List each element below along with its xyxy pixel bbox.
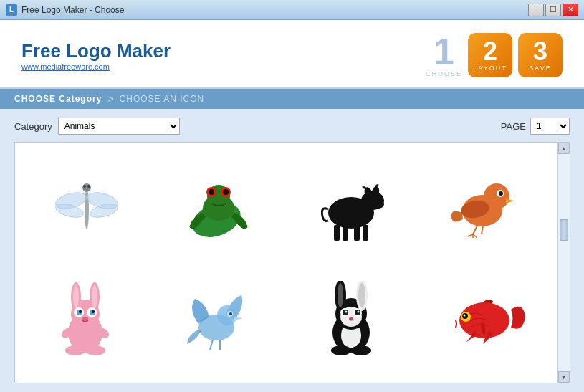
icon-fish[interactable] [421,264,551,376]
step-1-label: CHOOSE [426,70,462,77]
icon-frog[interactable] [155,150,285,261]
main-window: Free Logo Maker www.mediafreeware.com 1 … [0,20,584,392]
scroll-down-button[interactable]: ▼ [558,371,570,383]
svg-point-39 [92,285,97,308]
svg-point-70 [358,310,360,312]
window-controls: – ☐ ✕ [528,4,578,16]
step-1[interactable]: 1 CHOOSE [426,33,462,77]
scroll-thumb[interactable] [560,219,568,241]
icon-bunny-black[interactable] [288,264,418,376]
icon-dragonfly[interactable] [22,150,152,261]
svg-point-73 [351,345,371,355]
breadcrumb-separator: > [107,93,113,105]
svg-point-71 [349,317,353,320]
svg-point-37 [73,285,79,308]
maximize-button[interactable]: ☐ [545,4,561,16]
svg-point-28 [499,191,503,196]
step-3[interactable]: 3 SAVE [518,33,563,77]
breadcrumb-bar: CHOOSE Category > CHOOSE AN ICON [0,89,584,109]
app-icon: L [6,4,17,16]
svg-point-17 [373,200,384,209]
svg-point-64 [358,283,365,307]
svg-rect-22 [354,225,360,241]
minimize-button[interactable]: – [528,4,544,16]
svg-point-5 [82,183,91,192]
svg-point-6 [83,185,86,188]
category-left: Category Animals Birds Business Flowers … [14,118,180,135]
svg-point-13 [209,189,214,195]
svg-point-54 [229,312,232,315]
content-area: Category Animals Birds Business Flowers … [0,109,584,392]
page-select[interactable]: 1 2 3 [530,118,570,135]
svg-rect-21 [343,225,348,241]
app-name: Free Logo Maker [21,40,171,62]
breadcrumb-inactive: CHOOSE AN ICON [120,94,205,104]
svg-line-33 [473,234,477,238]
header: Free Logo Maker www.mediafreeware.com 1 … [0,20,584,89]
logo-area: Free Logo Maker www.mediafreeware.com [21,40,171,71]
icon-rabbit[interactable] [22,264,152,376]
svg-rect-20 [334,225,340,241]
svg-point-62 [338,283,343,307]
icon-bird[interactable] [421,150,551,261]
steps-area: 1 CHOOSE 2 LAYOUT 3 SAVE [426,33,563,77]
page-label: PAGE [501,121,526,132]
svg-line-29 [473,226,477,234]
svg-point-69 [345,310,348,312]
svg-line-31 [468,234,473,236]
svg-point-77 [463,314,465,316]
window-title: Free Logo Maker - Choose [21,5,528,15]
svg-point-14 [223,189,229,195]
page-right: PAGE 1 2 3 [501,118,570,135]
icon-cow[interactable] [288,150,418,261]
scroll-track[interactable] [558,154,570,371]
step-1-number: 1 [434,33,454,70]
step-3-number: 3 [533,39,547,64]
category-row: Category Animals Birds Business Flowers … [14,118,570,135]
icon-dove[interactable] [155,264,285,376]
category-select[interactable]: Animals Birds Business Flowers Food Natu… [58,118,180,135]
icon-grid-container: ▲ ▼ [14,142,570,383]
svg-point-50 [85,345,105,355]
title-bar: L Free Logo Maker - Choose – ☐ ✕ [0,0,584,20]
app-link[interactable]: www.mediafreeware.com [21,62,171,71]
svg-point-52 [217,305,237,325]
icon-grid [15,143,557,383]
step-2[interactable]: 2 LAYOUT [468,33,512,77]
svg-point-45 [92,310,95,313]
close-button[interactable]: ✕ [563,4,578,16]
step-2-number: 2 [483,39,497,64]
category-label: Category [14,121,52,132]
svg-point-72 [331,345,351,355]
svg-rect-23 [363,225,368,241]
step-3-label: SAVE [529,64,551,72]
scrollbar[interactable]: ▲ ▼ [557,143,569,383]
svg-point-49 [65,345,85,355]
svg-point-44 [79,310,82,313]
svg-line-55 [210,340,213,350]
step-2-label: LAYOUT [473,64,507,72]
scroll-up-button[interactable]: ▲ [558,143,570,154]
svg-line-30 [482,226,483,234]
breadcrumb-active: CHOOSE Category [14,94,102,104]
svg-point-7 [87,185,90,188]
